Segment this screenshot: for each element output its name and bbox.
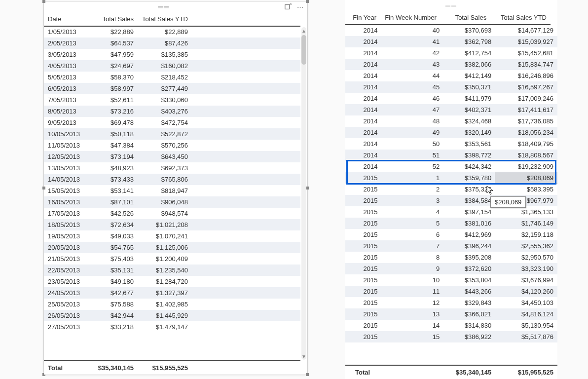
cell-ytd[interactable]: $18,409,795 — [495, 138, 557, 150]
cell-date[interactable]: 9/05/2013 — [44, 117, 88, 128]
cell-sales[interactable]: $412,754 — [443, 47, 495, 59]
table-scroll-area[interactable]: Date Total Sales Total Sales YTD 1/05/20… — [44, 12, 307, 375]
cell-sales[interactable]: $58,997 — [88, 83, 138, 94]
cell-date[interactable]: 10/05/2013 — [44, 128, 88, 140]
cell-ytd[interactable]: $277,449 — [138, 83, 192, 94]
cell-sales[interactable]: $72,634 — [88, 219, 138, 230]
cell-sales[interactable]: $424,342 — [443, 161, 495, 172]
cell-ytd[interactable]: $4,816,124 — [495, 308, 557, 320]
cell-sales[interactable]: $47,959 — [88, 49, 138, 60]
cell-ytd[interactable]: $4,450,103 — [495, 297, 557, 308]
cell-sales[interactable]: $33,218 — [88, 321, 138, 333]
table-row[interactable]: 20152$375,326$583,395 — [345, 184, 557, 195]
cell-ytd[interactable]: $1,021,208 — [138, 219, 192, 230]
cell-fin-week[interactable]: 7 — [381, 240, 443, 252]
table-row[interactable]: 22/05/2013$35,131$1,235,540 — [44, 265, 300, 276]
cell-sales[interactable]: $320,149 — [443, 127, 495, 138]
cell-ytd[interactable]: $87,426 — [138, 38, 192, 49]
cell-sales[interactable]: $73,433 — [88, 174, 138, 185]
cell-sales[interactable]: $329,843 — [443, 297, 495, 308]
cell-fin-year[interactable]: 2015 — [345, 172, 381, 184]
cell-fin-week[interactable]: 11 — [381, 286, 443, 297]
cell-date[interactable]: 17/05/2013 — [44, 208, 88, 219]
cell-ytd[interactable]: $18,056,234 — [495, 127, 557, 138]
cell-ytd[interactable]: $906,048 — [138, 196, 192, 208]
cell-sales[interactable]: $54,765 — [88, 242, 138, 253]
resize-handle[interactable] — [306, 0, 309, 3]
table-row[interactable]: 2/05/2013$64,537$87,426 — [44, 38, 300, 49]
cell-fin-week[interactable]: 40 — [381, 25, 443, 36]
cell-fin-week[interactable]: 1 — [381, 172, 443, 184]
table-row[interactable]: 201514$314,830$5,130,954 — [345, 320, 557, 331]
table-row[interactable]: 201512$329,843$4,450,103 — [345, 297, 557, 308]
cell-ytd[interactable]: $160,082 — [138, 60, 192, 72]
cell-date[interactable]: 1/05/2013 — [44, 26, 88, 38]
cell-ytd[interactable]: $5,130,954 — [495, 320, 557, 331]
table-scroll-area[interactable]: Fin Year Fin Week Number Total Sales Tot… — [345, 11, 557, 379]
cell-ytd[interactable]: $17,736,085 — [495, 115, 557, 127]
table-row[interactable]: 201450$353,561$18,409,795 — [345, 138, 557, 150]
table-row[interactable]: 20155$381,016$1,746,149 — [345, 218, 557, 229]
cell-fin-week[interactable]: 15 — [381, 331, 443, 342]
cell-ytd[interactable]: $5,517,876 — [495, 331, 557, 342]
cell-fin-year[interactable]: 2015 — [345, 297, 381, 308]
cell-sales[interactable]: $370,693 — [443, 25, 495, 36]
cell-sales[interactable]: $411,979 — [443, 93, 495, 104]
cell-fin-week[interactable]: 46 — [381, 93, 443, 104]
cell-sales[interactable]: $49,033 — [88, 230, 138, 242]
cell-ytd[interactable]: $1,327,397 — [138, 287, 192, 299]
col-header-fin-year[interactable]: Fin Year — [345, 11, 380, 25]
cell-date[interactable]: 12/05/2013 — [44, 151, 88, 162]
cell-ytd[interactable]: $18,808,567 — [495, 150, 557, 161]
table-row[interactable]: 14/05/2013$73,433$765,806 — [44, 174, 300, 185]
cell-ytd[interactable]: $3,323,190 — [495, 263, 557, 274]
cell-fin-year[interactable]: 2015 — [345, 263, 381, 274]
table-row[interactable]: 201444$412,149$16,246,896 — [345, 70, 557, 81]
cell-fin-year[interactable]: 2014 — [345, 161, 381, 172]
cell-fin-year[interactable]: 2015 — [345, 206, 381, 218]
cell-date[interactable]: 7/05/2013 — [44, 94, 88, 106]
table-row[interactable]: 201443$382,066$15,834,747 — [345, 59, 557, 70]
cell-fin-year[interactable]: 2014 — [345, 70, 381, 81]
cell-date[interactable]: 26/05/2013 — [44, 310, 88, 321]
cell-sales[interactable]: $353,561 — [443, 138, 495, 150]
cell-fin-week[interactable]: 48 — [381, 115, 443, 127]
cell-ytd[interactable]: $2,159,118 — [495, 229, 557, 240]
cell-sales[interactable]: $353,804 — [443, 274, 495, 286]
cell-fin-year[interactable]: 2014 — [345, 150, 381, 161]
table-row[interactable]: 21/05/2013$75,403$1,200,409 — [44, 253, 300, 265]
cell-ytd[interactable]: $1,070,241 — [138, 230, 192, 242]
vertical-scrollbar[interactable]: ▲ ▼ — [301, 27, 306, 360]
focus-mode-icon[interactable] — [284, 2, 293, 11]
cell-ytd[interactable]: $15,834,747 — [495, 59, 557, 70]
table-row[interactable]: 5/05/2013$58,370$218,452 — [44, 72, 300, 83]
cell-ytd[interactable]: $15,039,927 — [495, 36, 557, 47]
table-row[interactable]: 13/05/2013$48,923$692,373 — [44, 162, 300, 174]
cell-ytd[interactable]: $16,597,267 — [495, 81, 557, 93]
cell-date[interactable]: 11/05/2013 — [44, 140, 88, 151]
cell-ytd[interactable]: $583,395 — [495, 184, 557, 195]
cell-date[interactable]: 18/05/2013 — [44, 219, 88, 230]
cell-fin-week[interactable]: 10 — [381, 274, 443, 286]
cell-ytd[interactable]: $15,452,681 — [495, 47, 557, 59]
table-row[interactable]: 3/05/2013$47,959$135,385 — [44, 49, 300, 60]
table-row[interactable]: 201449$320,149$18,056,234 — [345, 127, 557, 138]
cell-ytd[interactable]: $1,402,985 — [138, 299, 192, 310]
cell-ytd[interactable]: $1,235,540 — [138, 265, 192, 276]
cell-fin-week[interactable]: 12 — [381, 297, 443, 308]
cell-fin-week[interactable]: 5 — [381, 218, 443, 229]
cell-sales[interactable]: $69,478 — [88, 117, 138, 128]
cell-fin-year[interactable]: 2015 — [345, 331, 381, 342]
cell-sales[interactable]: $314,830 — [443, 320, 495, 331]
cell-sales[interactable]: $350,371 — [443, 81, 495, 93]
table-row[interactable]: 7/05/2013$52,611$330,060 — [44, 94, 300, 106]
table-row[interactable]: 20157$396,244$2,555,362 — [345, 240, 557, 252]
scroll-up-icon[interactable]: ▲ — [301, 27, 306, 34]
table-row[interactable]: 17/05/2013$42,526$948,574 — [44, 208, 300, 219]
cell-date[interactable]: 27/05/2013 — [44, 321, 88, 333]
scroll-down-icon[interactable]: ▼ — [301, 353, 306, 360]
cell-ytd[interactable]: $2,555,362 — [495, 240, 557, 252]
cell-fin-year[interactable]: 2014 — [345, 115, 381, 127]
cell-fin-year[interactable]: 2015 — [345, 286, 381, 297]
col-header-fin-week[interactable]: Fin Week Number — [380, 11, 441, 25]
